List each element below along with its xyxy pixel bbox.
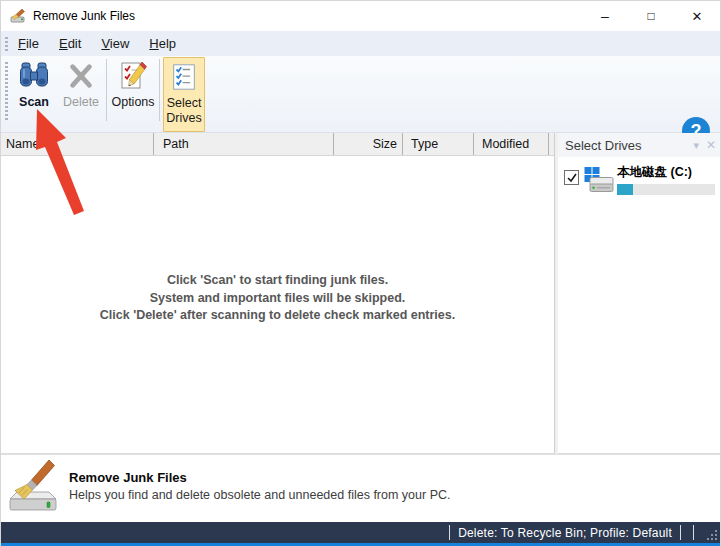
drive-label: 本地磁盘 (C:)	[617, 164, 715, 181]
window-controls: – □ ✕	[582, 1, 720, 31]
drive-item-c[interactable]: 本地磁盘 (C:)	[558, 157, 720, 195]
options-label: Options	[111, 95, 154, 110]
app-logo-icon	[9, 459, 61, 513]
drives-panel-title: Select Drives	[565, 138, 642, 153]
menu-edit[interactable]: Edit	[49, 33, 91, 54]
delete-button[interactable]: Delete	[59, 56, 103, 132]
maximize-button[interactable]: □	[628, 1, 674, 31]
menu-file[interactable]: File	[8, 33, 49, 54]
scan-button[interactable]: Scan	[11, 56, 57, 132]
menu-bar: File Edit View Help	[1, 31, 720, 56]
menu-view[interactable]: View	[91, 33, 139, 54]
drive-icon	[583, 165, 615, 195]
delete-label: Delete	[63, 95, 99, 110]
app-icon	[10, 8, 26, 24]
toolbar-separator	[159, 59, 160, 121]
column-header-modified[interactable]: Modified	[474, 133, 549, 155]
options-document-pencil-icon	[116, 59, 150, 93]
close-icon: ✕	[692, 9, 703, 24]
select-drives-label: Select Drives	[164, 96, 204, 126]
column-header-size[interactable]: Size	[334, 133, 403, 155]
checkmark-icon	[566, 172, 578, 184]
toolbar-separator	[106, 59, 107, 121]
column-header-path[interactable]: Path	[154, 133, 334, 155]
app-window: Remove Junk Files – □ ✕ File Edit View H…	[0, 0, 721, 546]
file-list-area: Name Path Size Type Modified Click 'Scan…	[1, 133, 554, 454]
select-drives-button[interactable]: Select Drives	[163, 57, 205, 132]
minimize-icon: –	[601, 11, 609, 21]
main-content: Name Path Size Type Modified Click 'Scan…	[1, 133, 720, 454]
empty-message-line-3: Click 'Delete' after scanning to delete …	[1, 307, 554, 325]
binoculars-icon	[17, 59, 51, 93]
resize-grip[interactable]	[694, 522, 720, 543]
checklist-icon	[167, 60, 201, 94]
drive-checkbox[interactable]	[564, 170, 579, 185]
about-description: Helps you find and delete obsolete and u…	[69, 488, 451, 502]
toolbar: Scan Delete	[1, 56, 720, 133]
chevron-down-icon[interactable]: ▾	[693, 140, 699, 150]
about-title: Remove Junk Files	[69, 470, 451, 485]
about-panel: Remove Junk Files Helps you find and del…	[1, 454, 720, 517]
options-button[interactable]: Options	[110, 56, 156, 132]
drive-usage-fill	[617, 184, 633, 195]
empty-message-line-2: System and important files will be skipp…	[1, 290, 554, 308]
empty-state-message: Click 'Scan' to start finding junk files…	[1, 272, 554, 325]
minimize-button[interactable]: –	[582, 1, 628, 31]
drives-panel-header: Select Drives ▾ ✕	[558, 133, 720, 157]
delete-x-icon	[64, 59, 98, 93]
panel-close-icon[interactable]: ✕	[706, 140, 716, 150]
title-bar: Remove Junk Files – □ ✕	[1, 1, 720, 31]
window-title: Remove Junk Files	[33, 9, 135, 23]
status-bar: Delete: To Recycle Bin; Profile: Default	[1, 522, 720, 543]
list-column-headers: Name Path Size Type Modified	[1, 133, 554, 156]
column-header-type[interactable]: Type	[403, 133, 474, 155]
menu-help[interactable]: Help	[139, 33, 186, 54]
drive-usage-bar	[617, 184, 715, 195]
column-header-name[interactable]: Name	[1, 133, 154, 155]
statusbar-message: Delete: To Recycle Bin; Profile: Default	[450, 526, 680, 540]
toolbar-grip	[5, 62, 8, 122]
select-drives-panel: Select Drives ▾ ✕	[558, 133, 720, 454]
close-button[interactable]: ✕	[674, 1, 720, 31]
maximize-icon: □	[647, 9, 654, 23]
empty-message-line-1: Click 'Scan' to start finding junk files…	[1, 272, 554, 290]
scan-label: Scan	[19, 95, 49, 110]
statusbar-separator	[680, 525, 681, 540]
